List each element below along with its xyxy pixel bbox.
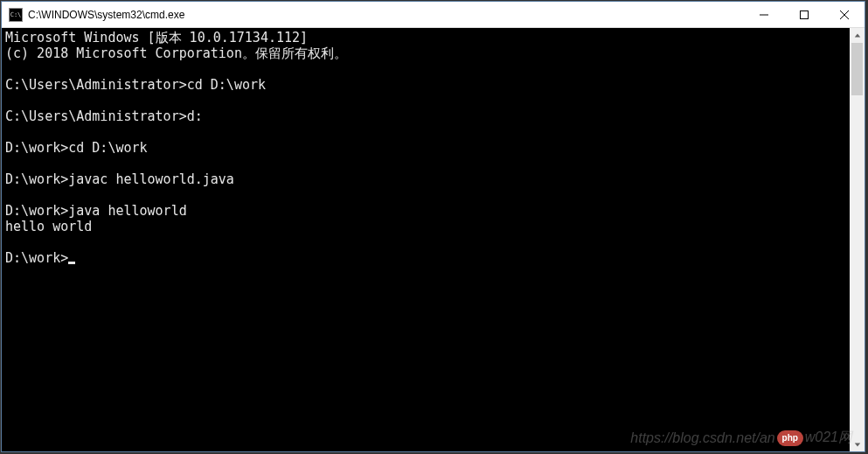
svg-rect-1 [801, 10, 809, 18]
minimize-button[interactable] [744, 2, 784, 27]
window-title: C:\WINDOWS\system32\cmd.exe [28, 9, 744, 21]
terminal-output[interactable]: Microsoft Windows [版本 10.0.17134.112](c)… [2, 28, 850, 451]
scroll-down-button[interactable] [850, 437, 865, 451]
terminal-line [5, 93, 850, 108]
terminal-line [5, 234, 850, 250]
terminal-line [5, 124, 850, 140]
terminal-line: C:\Users\Administrator>cd D:\work [5, 77, 850, 93]
scroll-track[interactable] [850, 43, 865, 437]
close-button[interactable] [824, 2, 865, 27]
terminal-line: Microsoft Windows [版本 10.0.17134.112] [5, 30, 850, 45]
titlebar[interactable]: C:\ C:\WINDOWS\system32\cmd.exe [2, 2, 865, 28]
terminal-line: hello world [5, 219, 850, 234]
terminal-line: (c) 2018 Microsoft Corporation。保留所有权利。 [5, 45, 850, 61]
scroll-up-button[interactable] [850, 28, 865, 43]
scrollbar[interactable] [850, 28, 865, 451]
maximize-button[interactable] [784, 2, 824, 27]
terminal-line [5, 61, 850, 77]
cursor [68, 262, 75, 264]
terminal-line: D:\work>cd D:\work [5, 140, 850, 156]
terminal-line: D:\work> [5, 250, 850, 266]
scroll-thumb[interactable] [851, 43, 863, 95]
terminal-line [5, 156, 850, 171]
terminal-line: C:\Users\Administrator>d: [5, 108, 850, 124]
terminal-line [5, 187, 850, 203]
terminal-line: D:\work>java helloworld [5, 203, 850, 219]
terminal-line: D:\work>javac helloworld.java [5, 171, 850, 187]
window-controls [744, 2, 865, 27]
cmd-icon: C:\ [9, 8, 23, 22]
cmd-window: C:\ C:\WINDOWS\system32\cmd.exe Microsof… [1, 1, 865, 452]
terminal-area: Microsoft Windows [版本 10.0.17134.112](c)… [2, 28, 865, 451]
